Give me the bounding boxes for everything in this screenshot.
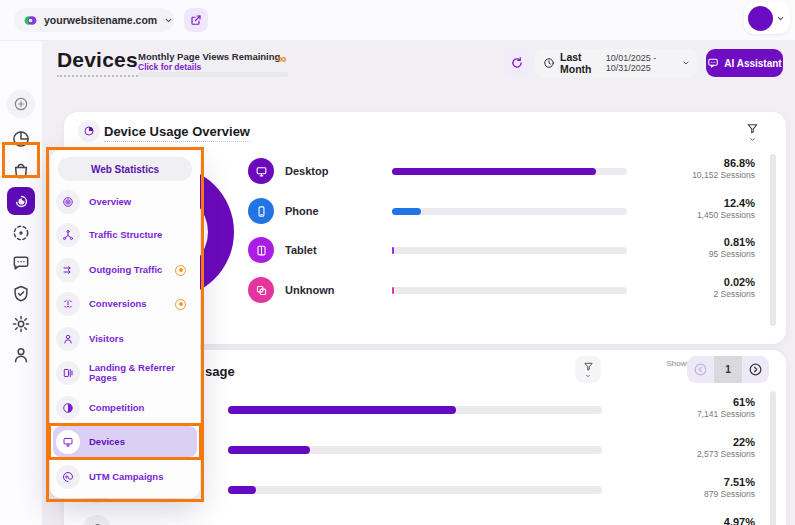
tablet-device-badge — [248, 237, 274, 263]
device-row-tablet: Tablet 0.81%95 Sessions — [248, 233, 755, 267]
funnel-filter-icon — [746, 122, 759, 135]
period-label: Last Month — [560, 51, 601, 75]
funnel-filter-icon — [583, 361, 594, 372]
device-label: Tablet — [285, 244, 317, 256]
active-filter-badge — [175, 265, 186, 276]
menu-item-overview[interactable]: Overview — [56, 187, 194, 217]
menu-item-traffic-structure[interactable]: Traffic Structure — [56, 220, 194, 250]
add-circle-icon — [13, 96, 29, 112]
scrollbar[interactable] — [770, 154, 776, 326]
filter-button[interactable] — [746, 122, 759, 143]
date-range-picker[interactable]: Last Month 10/01/2025 - 10/31/2025 — [535, 49, 698, 77]
overview-icon — [56, 190, 80, 214]
clock-icon — [543, 57, 555, 69]
sidebar-item-account[interactable] — [11, 345, 31, 365]
usage-bar — [228, 406, 602, 414]
competition-icon — [56, 396, 80, 420]
menu-title: Web Statistics — [58, 157, 192, 181]
user-menu[interactable] — [744, 2, 790, 34]
menu-item-devices[interactable]: Devices — [53, 426, 197, 457]
usage-sessions: 879 Sessions — [605, 489, 755, 500]
tablet-icon — [255, 244, 268, 257]
ai-assistant-button[interactable]: AI Assistant — [706, 49, 783, 77]
user-location-icon — [11, 345, 31, 365]
arrow-left-circle-icon — [693, 362, 708, 377]
card-title-fragment: sage — [205, 364, 235, 381]
phone-device-badge — [248, 198, 274, 224]
sidebar-item-security[interactable] — [11, 284, 31, 304]
monitor-icon — [255, 165, 268, 178]
outgoing-traffic-icon — [56, 258, 80, 282]
menu-item-visitors[interactable]: Visitors — [56, 324, 194, 354]
current-page[interactable]: 1 — [714, 356, 741, 383]
usage-percent: 0.81% — [605, 235, 755, 249]
shield-check-icon — [11, 284, 31, 304]
conversions-icon — [56, 292, 80, 316]
menu-item-outgoing-traffic[interactable]: Outgoing Traffic — [56, 255, 194, 285]
landing-referrer-icon — [56, 361, 80, 385]
device-label: Unknown — [285, 284, 335, 296]
usage-percent: 22% — [605, 435, 755, 449]
menu-item-landing-referrer-pages[interactable]: Landing & Referrer Pages — [56, 358, 194, 388]
device-row-desktop: Desktop 86.8%10,152 Sessions — [248, 154, 755, 188]
table-row: 4.97% — [83, 511, 755, 525]
desktop-device-badge — [248, 158, 274, 184]
website-selector[interactable]: yourwebsitename.com — [14, 8, 174, 32]
usage-percent: 7.51% — [605, 475, 755, 489]
website-favicon — [24, 14, 37, 27]
visitors-icon — [56, 327, 80, 351]
usage-percent: 12.4% — [605, 196, 755, 210]
usage-sessions: 2 Sessions — [605, 289, 755, 300]
ai-assistant-label: AI Assistant — [724, 58, 781, 69]
pie-chart-icon — [11, 129, 31, 149]
target-icon — [11, 223, 31, 243]
chevron-down-icon — [682, 59, 690, 67]
sidebar-item-add[interactable] — [7, 90, 35, 118]
usage-sessions: 2,573 Sessions — [605, 449, 755, 460]
topbar: yourwebsitename.com — [0, 0, 795, 41]
date-range-value: 10/01/2025 - 10/31/2025 — [606, 53, 677, 73]
sidebar-item-web-statistics[interactable] — [7, 187, 35, 215]
sidebar-rail — [0, 41, 43, 525]
usage-bar — [228, 446, 602, 454]
usage-percent: 0.02% — [605, 275, 755, 289]
usage-sessions: 10,152 Sessions — [605, 170, 755, 181]
website-name: yourwebsitename.com — [44, 14, 157, 26]
chevron-down-icon — [585, 373, 591, 379]
chevron-down-icon — [164, 16, 173, 25]
next-page-button[interactable] — [742, 356, 769, 383]
quota-details-link[interactable]: Click for details — [138, 62, 201, 72]
previous-page-button[interactable] — [687, 356, 714, 383]
menu-item-utm-campaigns[interactable]: UTM Campaigns — [56, 462, 194, 492]
filter-button[interactable] — [575, 356, 601, 383]
pagination: 1 — [687, 356, 769, 383]
sidebar-item-reports[interactable] — [11, 129, 31, 149]
chevron-down-icon — [749, 136, 756, 143]
phone-icon — [255, 205, 268, 218]
usage-bar — [392, 168, 627, 175]
quota-progress-bar — [138, 72, 288, 77]
scrollbar[interactable] — [770, 391, 776, 525]
usage-sessions: 7,141 Sessions — [605, 409, 755, 420]
menu-item-conversions[interactable]: Conversions — [56, 289, 194, 319]
quota-label: Monthly Page Views Remaining — [138, 51, 280, 62]
ai-chat-icon — [707, 57, 719, 69]
chevron-down-icon — [776, 14, 785, 23]
refresh-button[interactable] — [503, 49, 531, 77]
sidebar-item-commerce[interactable] — [11, 160, 31, 180]
shopping-bag-icon — [11, 160, 31, 180]
device-label: Desktop — [285, 165, 328, 177]
device-label: Phone — [285, 205, 319, 217]
devices-icon — [56, 430, 80, 454]
usage-bar — [392, 247, 627, 254]
sidebar-item-messages[interactable] — [11, 253, 31, 273]
sidebar-item-goals[interactable] — [11, 223, 31, 243]
sidebar-item-settings[interactable] — [11, 314, 31, 334]
usage-percent: 86.8% — [605, 156, 755, 170]
usage-bar — [228, 486, 602, 494]
open-website-button[interactable] — [184, 8, 208, 32]
menu-item-competition[interactable]: Competition — [56, 393, 194, 423]
usage-percent: 4.97% — [605, 515, 755, 525]
web-statistics-icon — [13, 193, 30, 210]
usage-bar — [392, 208, 627, 215]
